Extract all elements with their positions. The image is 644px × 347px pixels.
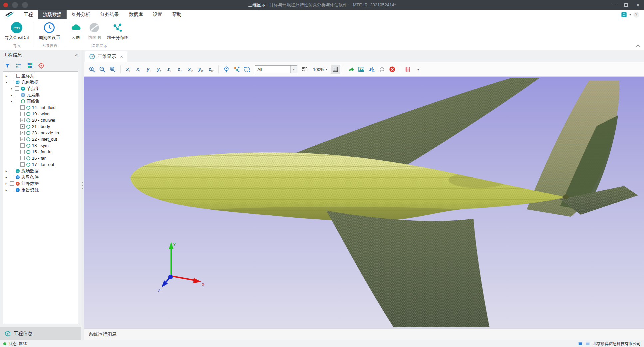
panel-splitter-handle[interactable]: [82, 181, 84, 191]
view-y-pos-button[interactable]: y↑: [155, 65, 164, 74]
tree-item-surface-20-chuiwei[interactable]: ✓20 - chuiwei: [3, 117, 78, 123]
tree-checkbox[interactable]: [10, 74, 14, 78]
tree-checkbox[interactable]: [20, 150, 25, 154]
menu-tab-ir-result[interactable]: 红外结果: [95, 10, 124, 19]
tree-checkbox[interactable]: ✓: [20, 124, 25, 129]
region-select-button[interactable]: [242, 65, 252, 74]
select-dropdown-icon[interactable]: ▾: [290, 66, 297, 73]
ribbon-collapse-button[interactable]: [636, 42, 640, 48]
rotate-y-button[interactable]: y⟳: [196, 65, 205, 74]
tab-close-icon[interactable]: ×: [120, 54, 123, 59]
locate-target-icon[interactable]: [38, 62, 45, 69]
expander-down-icon[interactable]: ▾: [10, 100, 14, 103]
save-view-button[interactable]: [403, 65, 413, 74]
tree-item-surface-18-sym[interactable]: 18 - sym: [3, 142, 78, 149]
tree-checkbox[interactable]: [20, 112, 25, 116]
filter-funnel-icon[interactable]: [4, 62, 11, 69]
lasso-select-button[interactable]: [377, 65, 387, 74]
tree-item-node-set[interactable]: ▸节点集: [3, 85, 78, 92]
minimize-button[interactable]: [608, 0, 620, 10]
tree-item-flow-field-data[interactable]: ▸流场数据: [3, 168, 78, 174]
view-z-pos-button[interactable]: z↑: [175, 65, 184, 74]
tree-item-surface-16-far[interactable]: 16 - far: [3, 155, 78, 161]
tree-checkbox[interactable]: [10, 188, 14, 192]
zoom-out-button[interactable]: [98, 65, 107, 74]
tree-checkbox[interactable]: [10, 169, 14, 173]
system-message-bar[interactable]: 系统运行消息: [84, 328, 644, 340]
tree-checkbox[interactable]: ✓: [20, 118, 25, 122]
view-x-pos-button[interactable]: x↑: [134, 65, 143, 74]
grid-view-icon[interactable]: [27, 62, 33, 69]
apps-grid-icon[interactable]: [621, 12, 627, 18]
tree-item-surface-22-inlet-out[interactable]: ✓22 - inlet_out: [3, 136, 78, 142]
expander-right-icon[interactable]: ▸: [4, 182, 8, 185]
rotate-z-button[interactable]: z⟳: [206, 65, 215, 74]
transparency-pattern-button[interactable]: [300, 65, 310, 74]
tree-item-surface-17-far-out[interactable]: 17 - far_out: [3, 161, 78, 168]
view-x-neg-button[interactable]: x↓: [124, 65, 133, 74]
export-view-button[interactable]: [346, 65, 356, 74]
tree-checkbox[interactable]: ✓: [20, 137, 25, 141]
tree-item-face-set[interactable]: ▾面线集: [3, 98, 78, 104]
particle-trace-button[interactable]: [232, 65, 241, 74]
tree-item-geometry-data[interactable]: ▾几何数据: [3, 79, 78, 85]
expander-right-icon[interactable]: ▸: [10, 87, 14, 90]
maximize-button[interactable]: [620, 0, 632, 10]
menu-caret-down-icon[interactable]: ▾: [629, 13, 631, 16]
tree-checkbox[interactable]: [10, 181, 14, 186]
tree-item-element-set[interactable]: ▸元素集: [3, 92, 78, 98]
menu-tab-settings[interactable]: 设置: [148, 10, 167, 19]
tree-item-boundary-conditions[interactable]: ▸边界条件: [3, 174, 78, 180]
ribbon-button-periodic-face-setup[interactable]: 周期面设置: [37, 21, 62, 42]
zoom-fit-button[interactable]: [108, 65, 117, 74]
tree-item-infrared-data[interactable]: ▸红外数据: [3, 180, 78, 187]
tree-checkbox[interactable]: [20, 143, 25, 148]
ribbon-button-slice-map[interactable]: 切面图: [86, 21, 103, 42]
save-view-dropdown[interactable]: ▾: [414, 65, 423, 74]
tree-checkbox[interactable]: [15, 99, 19, 103]
menu-tab-help[interactable]: 帮助: [167, 10, 186, 19]
tree-item-surface-23-nozzle-in[interactable]: ✓23 - nozzle_in: [3, 130, 78, 136]
panel-collapse-icon[interactable]: <: [75, 53, 78, 58]
expander-down-icon[interactable]: ▾: [4, 81, 8, 84]
tree-checkbox[interactable]: [15, 86, 19, 91]
titlebar-tool-2-icon[interactable]: [22, 2, 28, 8]
menu-tab-flow-data[interactable]: 流场数据: [38, 10, 67, 19]
tree-checkbox[interactable]: [15, 93, 19, 97]
menu-tab-project[interactable]: 工程: [19, 10, 38, 19]
expander-right-icon[interactable]: ▸: [4, 74, 8, 78]
snapshot-button[interactable]: [357, 65, 366, 74]
tree-checkbox[interactable]: [20, 156, 25, 160]
rotate-x-button[interactable]: x⟳: [185, 65, 195, 74]
expander-right-icon[interactable]: ▸: [4, 188, 8, 192]
view-y-neg-button[interactable]: y↓: [144, 65, 154, 74]
ribbon-button-import-cas-dat[interactable]: cas导入Cas/Dat: [3, 21, 31, 42]
ribbon-button-particle-distribution[interactable]: 粒子分布图: [105, 21, 131, 42]
mirror-view-button[interactable]: [367, 65, 376, 74]
project-info-bottom-tab[interactable]: 工程信息: [0, 327, 81, 340]
tree-item-surface-19-wing[interactable]: 19 - wing: [3, 111, 78, 117]
tab-3d-display[interactable]: 三维显示 ×: [85, 51, 127, 62]
list-view-icon[interactable]: [15, 62, 22, 69]
titlebar-tool-1-icon[interactable]: [12, 2, 18, 8]
menu-tab-ir-analysis[interactable]: 红外分析: [67, 10, 95, 19]
ribbon-button-contour-map[interactable]: 云图: [68, 21, 84, 42]
tree-item-surface-21-body[interactable]: ✓21 - body: [3, 123, 78, 130]
zoom-in-button[interactable]: [87, 65, 97, 74]
3d-viewport[interactable]: Y X Z: [84, 77, 644, 328]
tree-checkbox[interactable]: [20, 105, 25, 110]
tree-checkbox[interactable]: [10, 80, 14, 84]
help-icon[interactable]: ?: [633, 12, 639, 18]
taskbar-window-2-icon[interactable]: [585, 341, 590, 346]
expander-right-icon[interactable]: ▸: [4, 169, 8, 173]
tree-checkbox[interactable]: ✓: [20, 131, 25, 135]
tree-item-surface-14-int-fluid[interactable]: 14 - int_fluid: [3, 104, 78, 111]
expander-right-icon[interactable]: ▸: [10, 93, 14, 97]
zoom-level-select[interactable]: 100%▾: [311, 65, 330, 74]
close-button[interactable]: ×: [632, 0, 644, 10]
clear-view-button[interactable]: [388, 65, 397, 74]
taskbar-window-1-icon[interactable]: [578, 341, 583, 346]
menu-tab-database[interactable]: 数据库: [124, 10, 148, 19]
tree-item-coordinate-system[interactable]: ▸坐标系: [3, 73, 78, 79]
tree-checkbox[interactable]: [20, 162, 25, 167]
